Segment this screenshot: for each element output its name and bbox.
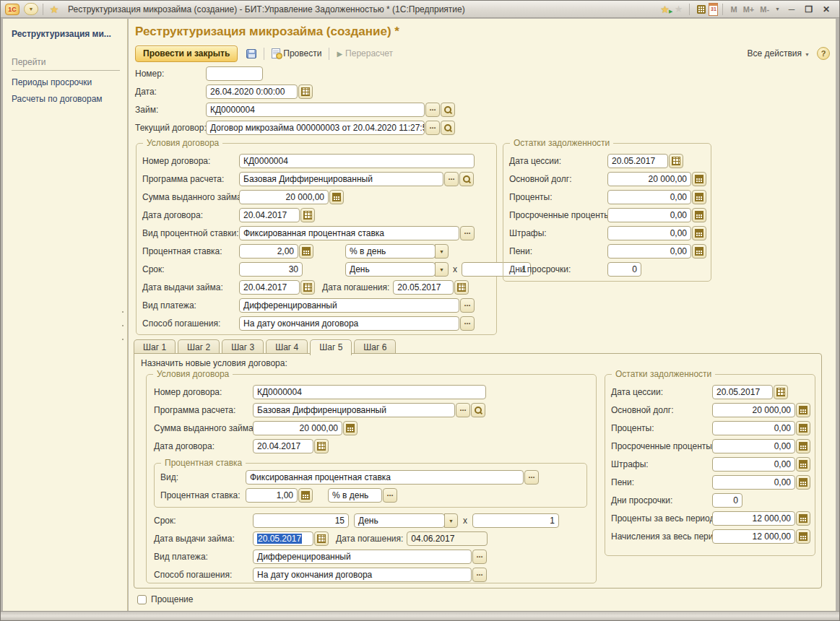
new-payment-kind-input[interactable]: Дифференцированный [253,550,472,564]
rate-kind-select-button[interactable] [460,226,475,240]
calendar-icon[interactable]: 31 [709,3,718,16]
number-input[interactable] [206,66,263,81]
main-menu-button[interactable] [24,3,38,15]
contract-number-input[interactable]: КД0000004 [239,154,475,168]
new-interest-input[interactable]: 0,00 [712,421,795,435]
new-overdue-interest-input[interactable]: 0,00 [712,439,795,453]
new-term-factor-input[interactable]: 1 [472,513,559,528]
new-loan-amount-input[interactable]: 20 000,00 [253,421,342,435]
issue-date-picker-button[interactable] [300,280,315,295]
contract-date-input[interactable]: 20.04.2017 [239,208,300,222]
new-principal-input[interactable]: 20 000,00 [712,403,795,417]
new-issue-date-picker-button[interactable] [314,531,329,546]
close-button[interactable]: ✕ [818,3,835,15]
term-unit-combo[interactable]: День [345,262,436,277]
date-input[interactable]: 26.04.2020 0:00:00 [206,84,298,99]
new-cession-date-picker-button[interactable] [774,385,788,399]
amount-calc-button[interactable] [329,190,344,204]
new-contract-number-input[interactable]: КД0000004 [253,385,486,399]
minimize-button[interactable]: ─ [783,3,800,15]
new-principal-calc-button[interactable] [796,403,810,417]
loan-search-button[interactable] [441,103,455,117]
calculator-icon[interactable] [694,3,709,16]
new-overdue-interest-calc-button[interactable] [796,439,810,453]
titlebar-more-icon[interactable] [772,3,783,16]
sidebar-link-contract-calcs[interactable]: Расчеты по договорам [12,94,127,104]
term-input[interactable]: 30 [239,262,303,277]
new-payment-kind-select-button[interactable] [472,550,487,564]
period-interest-input[interactable]: 12 000,00 [712,511,795,526]
term-unit-dropdown-button[interactable] [435,262,449,277]
period-accruals-calc-button[interactable] [796,529,810,544]
overdue-days-input[interactable]: 0 [607,262,641,277]
cession-date-input[interactable]: 20.05.2017 [607,154,668,168]
contract-select-button[interactable] [425,121,440,135]
fines-input[interactable]: 0,00 [607,226,691,240]
period-accruals-input[interactable]: 12 000,00 [712,529,795,544]
new-overdue-days-input[interactable]: 0 [712,493,742,508]
current-contract-input[interactable]: Договор микрозайма 000000003 от 20.04.20… [206,121,425,135]
program-search-button[interactable] [459,172,474,186]
new-cession-date-input[interactable]: 20.05.2017 [712,385,773,399]
rate-calc-button[interactable] [299,244,313,259]
favorites-star-icon[interactable] [48,4,61,15]
principal-calc-button[interactable] [692,172,706,186]
due-date-input[interactable]: 20.05.2017 [393,280,454,295]
penalties-calc-button[interactable] [692,244,706,259]
contract-search-button[interactable] [441,121,455,135]
new-amount-calc-button[interactable] [343,421,358,435]
fines-calc-button[interactable] [692,226,706,240]
new-program-search-button[interactable] [471,403,485,417]
due-date-picker-button[interactable] [454,280,469,295]
all-actions-button[interactable]: Все действия [748,48,810,58]
loan-input[interactable]: КД0000004 [206,103,425,117]
tab-step-6[interactable]: Шаг 6 [354,339,396,354]
calc-program-input[interactable]: Базовая Диффиренцированный [239,172,443,186]
sidebar-splitter[interactable] [121,311,125,340]
new-rate-calc-button[interactable] [298,488,313,503]
overdue-interest-calc-button[interactable] [692,208,706,222]
new-rate-input[interactable]: 1,00 [246,488,298,503]
new-rate-kind-input[interactable]: Фиксированная процентная ставка [246,470,524,485]
program-select-button[interactable] [444,172,459,186]
payment-kind-select-button[interactable] [460,298,475,313]
interest-calc-button[interactable] [692,190,706,204]
post-and-close-button[interactable]: Провести и закрыть [135,45,238,62]
repay-method-input[interactable]: На дату окончания договора [239,316,459,331]
repay-method-select-button[interactable] [460,316,475,331]
new-interest-calc-button[interactable] [796,421,810,435]
save-button[interactable] [243,45,260,61]
new-fines-input[interactable]: 0,00 [712,457,795,472]
penalties-input[interactable]: 0,00 [607,244,691,259]
loan-amount-input[interactable]: 20 000,00 [239,190,329,204]
rate-unit-dropdown-button[interactable] [435,244,449,259]
new-rate-unit-select-button[interactable] [383,488,397,503]
contract-date-picker-button[interactable] [300,208,315,222]
new-penalties-calc-button[interactable] [796,475,810,490]
cession-date-picker-button[interactable] [669,154,683,168]
tab-step-2[interactable]: Шаг 2 [178,339,220,354]
new-term-unit-combo[interactable]: День [354,513,445,528]
maximize-button[interactable]: ❒ [800,3,818,15]
post-button[interactable]: Провести [268,45,325,61]
new-penalties-input[interactable]: 0,00 [712,475,795,490]
help-button[interactable]: ? [817,47,830,60]
interest-input[interactable]: 0,00 [607,190,691,204]
tab-step-4[interactable]: Шаг 4 [266,339,308,354]
new-term-input[interactable]: 15 [253,513,349,528]
new-calc-program-input[interactable]: Базовая Диффиренцированный [253,403,455,417]
new-rate-kind-select-button[interactable] [524,470,539,485]
new-rate-unit-combo[interactable]: % в день [328,488,382,503]
rate-kind-input[interactable]: Фиксированная процентная ставка [239,226,459,240]
new-fines-calc-button[interactable] [796,457,810,472]
new-contract-date-input[interactable]: 20.04.2017 [253,439,313,453]
overdue-interest-input[interactable]: 0,00 [607,208,691,222]
rate-unit-combo[interactable]: % в день [345,244,436,259]
add-favorite-icon[interactable] [657,3,672,16]
new-contract-date-picker-button[interactable] [314,439,329,453]
new-repay-method-select-button[interactable] [472,568,487,582]
new-repay-method-input[interactable]: На дату окончания договора [253,568,472,582]
new-issue-date-input[interactable]: 20.05.2017 [253,531,313,546]
date-picker-button[interactable] [298,84,313,99]
forgive-checkbox[interactable] [137,595,147,604]
